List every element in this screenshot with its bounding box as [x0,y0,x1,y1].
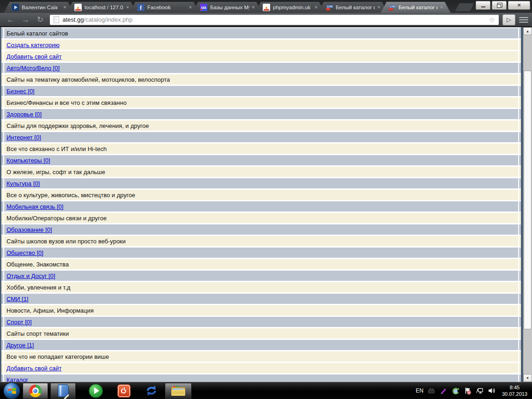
refresh-button[interactable]: ↻ [33,16,47,24]
catalog-link[interactable]: Интернет [0] [6,134,41,141]
row-cell: Хобби, увлечения и т.д [4,282,518,292]
row-edge-cell [1,144,3,154]
catalog-description-row: Сайты для поддержки здоровья, лечения, и… [1,121,521,131]
tab-close-icon[interactable]: ✕ [188,5,192,10]
catalog-description-row: Общение, Знакомства [1,259,521,269]
restore-button[interactable] [492,1,507,10]
row-edge-cell [1,201,3,212]
forward-button[interactable]: → [18,16,33,24]
catalog-table: Белый каталог сайтовСоздать категориюДоб… [1,27,521,382]
catalog-link[interactable]: Компьютеры [0] [6,157,50,164]
device-tray-icon[interactable] [428,387,435,395]
taskbar-media-player-button[interactable] [89,383,103,399]
scroll-down-button[interactable]: ▼ [523,374,532,382]
taskbar-chrome-button[interactable] [23,383,48,399]
catalog-link-row: Создать категорию [1,40,521,50]
catalog-link[interactable]: СМИ [1] [6,296,28,302]
tab-1[interactable]: Валентин Саїк✕ [4,2,74,13]
catalog-link[interactable]: Спорт [0] [6,319,32,326]
bookmark-star-icon[interactable]: ☆ [489,16,495,24]
catalog-link-row: Мобильная связь [0] [1,201,521,212]
catalog-link-row: Бизнес [0] [1,86,521,96]
tab-7-active[interactable]: Белый каталог с✕ [381,2,451,13]
taskbar-power-app-button[interactable] [117,383,131,399]
tab-close-icon[interactable]: ✕ [63,5,66,10]
tab-close-icon[interactable]: ✕ [126,5,129,10]
address-bar[interactable]: atest.gg/catalog/index.php ☆ [50,15,499,25]
clock[interactable]: 8:45 30.07.2013 [502,384,527,397]
catalog-link[interactable]: Отдых и Досуг [0] [6,272,55,279]
row-text: Сайты для поддержки здоровья, лечения, и… [6,122,149,129]
window-controls: ✕ [476,1,530,10]
language-indicator[interactable]: EN [416,387,423,394]
minimize-button[interactable] [476,1,490,10]
row-cell: Белый каталог сайтов [4,28,518,38]
row-cell: Сайты школов вузов или просто веб-уроки [4,236,518,246]
page-icon [54,16,59,23]
tab-2[interactable]: ▲localhost / 127.0.✕ [66,2,137,13]
catalog-link[interactable]: Каталог [6,376,28,382]
system-tray: EN [416,387,496,395]
catalog-link[interactable]: Образование [0] [6,226,52,233]
network-tray-icon[interactable] [476,387,484,395]
row-edge-cell [1,282,3,292]
back-button[interactable]: ← [3,16,18,24]
taskbar: EN 8 [0,382,532,399]
row-cell: Каталог [4,375,518,382]
chrome-menu-button[interactable] [519,15,528,25]
scrollbar[interactable]: ▲ ▼ [523,27,532,382]
row-edge-cell [1,97,3,108]
pen-tray-icon[interactable] [440,387,447,395]
catalog-link[interactable]: Мобильная связь [0] [6,203,63,210]
row-text: Сайты на тематику автомобилей, мотоцикло… [6,76,170,83]
tab-3[interactable]: fFacebook✕ [129,2,200,13]
catalog-link[interactable]: Общество [0] [6,249,43,256]
row-edge-cell [1,190,3,200]
tab-title: Базы данных My [210,5,249,10]
close-button[interactable]: ✕ [508,1,530,10]
tab-5[interactable]: ▲phpmyadmin.uk✕ [255,2,325,13]
catalog-link[interactable]: Создать категорию [6,42,60,48]
tab-close-icon[interactable]: ✕ [377,5,381,10]
new-tab-button[interactable] [455,3,474,11]
row-edge-cell [1,132,3,142]
catalog-description-row: Сайты на тематику автомобилей, мотоцикло… [1,74,521,85]
catalog-link[interactable]: Добавить свой сайт [6,365,61,372]
catalog-link[interactable]: Добавить свой сайт [6,53,61,60]
video-play-icon [12,4,19,11]
catalog-link[interactable]: Культура [0] [6,180,40,187]
tab-6[interactable]: Белый каталог с✕ [318,2,388,13]
catalog-description-row: Все что связанно с ИТ и/или Hi-tech [1,144,521,154]
row-cell: Образование [0] [4,224,518,235]
catalog-link[interactable]: Другое [1] [6,342,34,349]
volume-tray-icon[interactable] [488,387,496,395]
tab-close-icon[interactable]: ✕ [440,5,443,10]
row-edge-cell [1,40,3,50]
catalog-link[interactable]: Здоровье [0] [6,111,42,118]
power-icon [117,384,131,398]
catalog-description-row: Хобби, увлечения и т.д [1,282,521,292]
row-edge-cell [1,340,3,350]
start-button[interactable] [3,382,20,399]
row-edge-cell [1,305,3,315]
catalog-link[interactable]: Бизнес [0] [6,88,35,95]
tab-title: Facebook [147,5,187,10]
scroll-up-button[interactable]: ▲ [523,27,532,35]
taskbar-sync-button[interactable] [145,383,158,399]
tab-close-icon[interactable]: ✕ [251,5,255,10]
tab-close-icon[interactable]: ✕ [314,5,318,10]
facebook-icon: f [137,4,145,11]
taskbar-notes-button[interactable] [50,383,76,399]
scrollbar-thumb[interactable] [524,71,532,329]
url-path: /catalog/index.php [84,16,133,23]
catalog-description-row: О железе, игры, софт и так дальше [1,167,521,177]
taskbar-explorer-button[interactable] [165,383,192,399]
row-edge-cell [1,317,3,327]
action-center-tray-icon[interactable] [464,387,472,395]
row-edge-cell [1,167,3,177]
tab-4[interactable]: uaБазы данных My✕ [192,2,262,13]
update-tray-icon[interactable] [452,387,459,395]
catalog-link[interactable]: Авто/Мото/Вело [0] [6,65,60,72]
extension-button[interactable]: ▷ [502,14,515,25]
catalog-description-row: Бизнес/Финансы и все что с этим связанно [1,97,521,108]
